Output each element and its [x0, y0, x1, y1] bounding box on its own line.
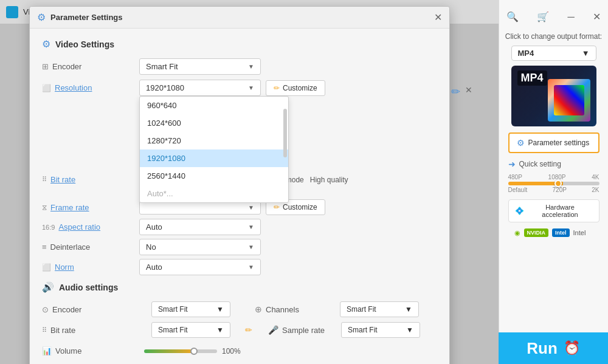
channels-select[interactable]: Smart Fit ▼ [340, 301, 419, 317]
resolution-value: 1920*1080 [146, 83, 184, 92]
audio-encoder-arrow: ▼ [216, 305, 224, 314]
mp4-label: MP4 [517, 70, 547, 86]
sample-rate-arrow: ▼ [406, 326, 413, 334]
format-thumbnail: MP4 [511, 66, 596, 126]
quick-setting-label: Quick setting [519, 160, 561, 168]
volume-percent: 100% [222, 347, 241, 355]
encoder-dropdown-arrow: ▼ [248, 63, 254, 70]
cart-icon[interactable]: 🛒 [537, 11, 549, 22]
modal-titlebar: ⚙ Parameter Settings ✕ [30, 7, 449, 29]
volume-label-container: 📊 Volume [42, 346, 139, 355]
norm-icon: ⬜ [42, 263, 51, 272]
audio-bitrate-icon: ⠿ [42, 326, 47, 334]
encoder-row: ⊞ Encoder Smart Fit ▼ [42, 58, 437, 75]
channels-arrow: ▼ [405, 305, 412, 314]
resolution-select[interactable]: 1920*1080 ▼ [139, 80, 261, 96]
bitrate-label[interactable]: Bit rate [50, 175, 75, 184]
resolution-option-960[interactable]: 960*640 [140, 97, 288, 114]
deinterlace-value: No [146, 242, 156, 252]
encoder-select[interactable]: Smart Fit ▼ [139, 58, 261, 75]
norm-select[interactable]: Auto ▼ [139, 259, 261, 275]
resolution-customize-label: Customize [283, 84, 317, 92]
hw-icon: 💠 [515, 207, 524, 215]
audio-bitrate-label: Bit rate [50, 326, 75, 335]
volume-label: Volume [55, 346, 81, 355]
video-section-title: Video Settings [55, 39, 114, 49]
thumbnail-image [548, 79, 590, 122]
alarm-icon: ⏰ [564, 340, 580, 356]
modal-body: ⚙ Video Settings ⊞ Encoder Smart Fit ▼ ⬜… [30, 29, 449, 364]
video-section-header: ⚙ Video Settings [42, 38, 437, 50]
video-section-icon: ⚙ [42, 38, 50, 50]
audio-encoder-select[interactable]: Smart Fit ▼ [151, 301, 230, 317]
audio-bitrate-edit-icon[interactable]: ✏ [245, 325, 252, 335]
framerate-icon: ⧖ [42, 203, 47, 211]
quality-2k: 2K [592, 187, 599, 193]
resolution-label[interactable]: Resolution [55, 83, 92, 92]
norm-arrow: ▼ [248, 264, 254, 270]
audio-encoder-row: ⊙ Encoder Smart Fit ▼ ⊕ Channels Smart F… [42, 301, 437, 317]
run-label: Run [527, 339, 558, 358]
resolution-dropdown-list[interactable]: 960*640 1024*600 1280*720 1920*1080 2560… [139, 96, 289, 203]
encoder-icon: ⊞ [42, 62, 49, 71]
aspect-ratio-select[interactable]: Auto ▼ [139, 219, 261, 235]
channels-icon: ⊕ [255, 304, 262, 314]
resolution-option-auto[interactable]: Auto*... [140, 185, 288, 202]
nvidia-icon: ◉ [514, 229, 520, 237]
audio-encoder-value: Smart Fit [158, 305, 188, 314]
framerate-label[interactable]: Frame rate [50, 203, 89, 212]
resolution-option-1024[interactable]: 1024*600 [140, 114, 288, 132]
audio-bitrate-select[interactable]: Smart Fit ▼ [151, 322, 230, 338]
minimize-icon[interactable]: ─ [567, 11, 574, 22]
resolution-option-1280[interactable]: 1280*720 [140, 132, 288, 149]
norm-value: Auto [146, 263, 162, 272]
quality-slider[interactable] [508, 182, 599, 185]
resolution-dropdown-container: 1920*1080 ▼ 960*640 1024*600 1280*720 19… [139, 80, 261, 96]
aspect-ratio-label[interactable]: Aspect ratio [58, 222, 100, 232]
quality-label: High quality [310, 176, 348, 184]
close-icon[interactable]: ✕ [593, 11, 601, 22]
deinterlace-arrow: ▼ [248, 244, 254, 250]
deinterlace-select[interactable]: No ▼ [139, 239, 261, 255]
search-icon[interactable]: 🔍 [506, 11, 519, 22]
channels-value: Smart Fit [347, 305, 376, 314]
modal-close-button[interactable]: ✕ [434, 12, 442, 23]
run-button[interactable]: Run ⏰ [499, 332, 608, 364]
aspect-ratio-icon: 16:9 [42, 224, 55, 231]
nvidia-intel-row: ◉ NVIDIA Intel Intel [508, 226, 599, 239]
quick-setting-section: ➜ Quick setting 480P 1080P 4K Default 72… [508, 159, 599, 199]
norm-label[interactable]: Norm [55, 263, 74, 272]
parameter-settings-button[interactable]: ⚙ Parameter settings [508, 132, 599, 153]
pencil-icon[interactable]: ✏ [451, 85, 460, 98]
framerate-customize-icon: ✏ [274, 203, 280, 211]
audio-encoder-label: Encoder [52, 305, 81, 314]
deinterlace-label: Deinterlace [50, 242, 91, 252]
quality-slider-thumb[interactable] [554, 180, 562, 187]
quick-setting-title: ➜ Quick setting [508, 159, 599, 169]
nvidia-badge: NVIDIA [524, 228, 549, 237]
resolution-option-2560[interactable]: 2560*1440 [140, 167, 288, 185]
right-panel: 🔍 🛒 ─ ✕ Click to change output format: M… [499, 0, 608, 364]
audio-section-icon: 🔊 [42, 281, 54, 293]
volume-slider-thumb[interactable] [190, 348, 198, 355]
quick-setting-arrow-icon: ➜ [508, 159, 516, 169]
sample-rate-select[interactable]: Smart Fit ▼ [341, 322, 420, 338]
hardware-acceleration-button[interactable]: 💠 Hardware acceleration [508, 199, 599, 222]
intel-label-text: Intel [573, 229, 586, 236]
volume-icon: 📊 [42, 346, 52, 355]
close-floating-icon[interactable]: ✕ [465, 85, 472, 98]
audio-section-title: Audio settings [59, 283, 118, 292]
volume-slider[interactable] [144, 349, 217, 353]
resolution-option-1920[interactable]: 1920*1080 [140, 149, 288, 167]
sample-rate-icon: 🎤 [268, 325, 278, 335]
aspect-ratio-value: Auto [146, 222, 162, 232]
deinterlace-icon: ≡ [42, 242, 47, 252]
sample-rate-label: Sample rate [282, 326, 325, 335]
channels-label: Channels [266, 305, 299, 314]
resolution-customize-button[interactable]: ✏ Customize [266, 80, 325, 96]
right-panel-icons: 🔍 🛒 ─ ✕ [499, 6, 608, 27]
format-dropdown[interactable]: MP4 ▼ [511, 46, 596, 61]
modal-title-left: ⚙ Parameter Settings [37, 12, 123, 23]
quality-labels-top: 480P 1080P 4K [508, 174, 599, 180]
dropdown-scrollbar [283, 109, 287, 157]
